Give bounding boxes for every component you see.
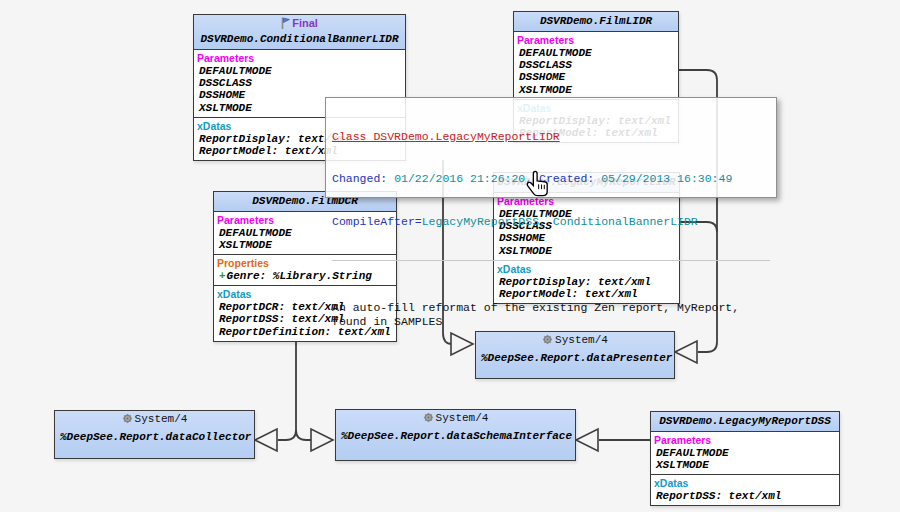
parameter-row: XSLTMODE — [651, 459, 839, 471]
parameter-row: DSSHOME — [514, 71, 678, 83]
stereotype-final: Final — [197, 17, 402, 32]
compileafter-label: CompileAfter= — [332, 215, 422, 228]
connector-filmdcr-schema — [296, 430, 311, 440]
flag-icon — [281, 17, 290, 32]
stereotype-system: System/4 — [339, 412, 572, 427]
stereotype-label: Final — [292, 17, 318, 29]
description-line1: An auto-fill reformat of the existing Ze… — [332, 301, 739, 314]
inheritance-arrow-collector — [255, 429, 277, 451]
compileafter-value: LegacyMyReportDSS, ConditionalBannerLIDR — [422, 215, 698, 228]
section-label-parameters: Parameters — [651, 433, 839, 447]
connector-filmdcr-collector — [278, 334, 296, 440]
parameter-row: DSSCLASS — [194, 77, 405, 89]
parameters-section: Parameters DEFAULTMODE XSLTMODE — [651, 431, 839, 474]
section-label-parameters: Parameters — [194, 51, 405, 65]
box-header[interactable]: System/4 %DeepSee.Report.dataCollector — [55, 411, 254, 450]
hand-cursor-icon — [524, 169, 552, 205]
parameter-row: XSLTMODE — [514, 84, 678, 96]
class-title: %DeepSee.Report.dataSchemaInterface — [339, 427, 572, 446]
description-line2: found in SAMPLES — [332, 315, 442, 328]
add-property-icon: + — [219, 270, 226, 282]
tooltip-compileafter: CompileAfter=LegacyMyReportDSS, Conditio… — [332, 215, 770, 229]
class-title: DSVRDemo.FilmLIDR — [517, 14, 675, 28]
xdata-row: ReportDSS: text/xml — [651, 490, 839, 502]
gear-icon — [122, 413, 133, 428]
tooltip-class-link[interactable]: Class DSVRDemo.LegacyMyReportLIDR — [332, 130, 560, 143]
box-header[interactable]: System/4 %DeepSee.Report.dataSchemaInter… — [336, 410, 575, 449]
tooltip-divider — [332, 260, 770, 261]
created-value: 05/29/2013 16:30:49 — [601, 172, 732, 185]
parameter-row: DEFAULTMODE — [514, 47, 678, 59]
class-title: DSVRDemo.ConditionalBannerLIDR — [197, 32, 402, 46]
inheritance-arrow-schema-right — [576, 429, 598, 451]
xdatas-section: xDatas ReportDSS: text/xml — [651, 474, 839, 505]
changed-value: 01/22/2016 21:26:20 — [394, 172, 525, 185]
parameter-row: DSSCLASS — [514, 59, 678, 71]
parameters-section: Parameters DEFAULTMODE DSSCLASS DSSHOME … — [514, 31, 678, 99]
class-title: %DeepSee.Report.dataCollector — [58, 428, 251, 447]
xdata-row: ReportModel: text/xml — [494, 288, 679, 300]
class-box-datacollector[interactable]: System/4 %DeepSee.Report.dataCollector — [54, 410, 255, 459]
class-box-dataschemainterface[interactable]: System/4 %DeepSee.Report.dataSchemaInter… — [335, 409, 576, 461]
inheritance-arrow-schema-left — [311, 429, 333, 451]
class-diagram-canvas: Final DSVRDemo.ConditionalBannerLIDR Par… — [0, 0, 900, 512]
box-header[interactable]: DSVRDemo.FilmLIDR — [514, 12, 678, 31]
class-box-legacymyreportdss[interactable]: DSVRDemo.LegacyMyReportDSS Parameters DE… — [650, 411, 840, 506]
stereotype-label: System/4 — [135, 413, 188, 425]
parameter-row: DEFAULTMODE — [651, 447, 839, 459]
stereotype-system: System/4 — [58, 413, 251, 428]
stereotype-label: System/4 — [436, 412, 489, 424]
box-header[interactable]: Final DSVRDemo.ConditionalBannerLIDR — [194, 15, 405, 49]
parameter-row: DEFAULTMODE — [194, 65, 405, 77]
box-header[interactable]: DSVRDemo.LegacyMyReportDSS — [651, 412, 839, 431]
section-label-parameters: Parameters — [514, 33, 678, 47]
tooltip-description: An auto-fill reformat of the existing Ze… — [332, 301, 770, 330]
gear-icon — [423, 412, 434, 427]
section-label-xdatas: xDatas — [651, 476, 839, 490]
changed-label: Changed: — [332, 172, 394, 185]
class-title: DSVRDemo.LegacyMyReportDSS — [654, 414, 836, 428]
